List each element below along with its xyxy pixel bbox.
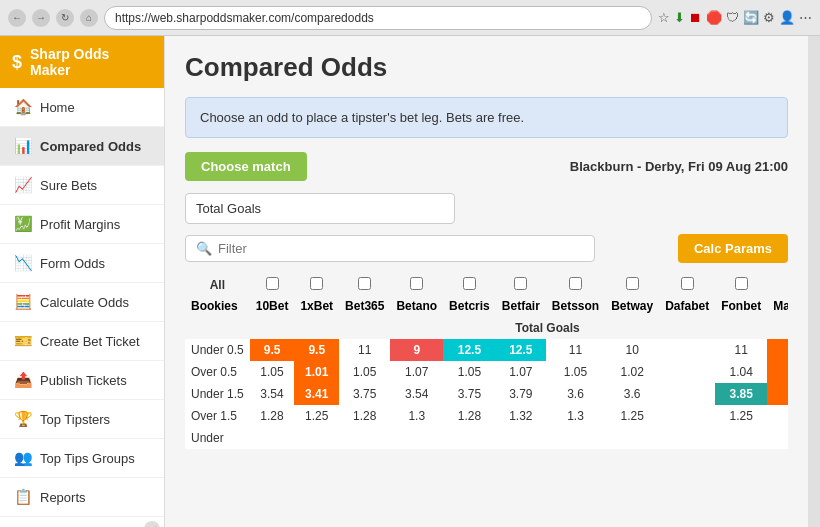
checkbox-fonbet[interactable] <box>735 277 748 290</box>
forward-button[interactable]: → <box>32 9 50 27</box>
column-headers-row: Bookies 10Bet 1xBet Bet365 Betano Betcri… <box>185 295 788 317</box>
cell-r3-c0[interactable]: 1.28 <box>250 405 295 427</box>
cell-r3-c6[interactable]: 1.3 <box>546 405 605 427</box>
cell-r3-c10[interactable]: 1.25 <box>767 405 788 427</box>
cell-r1-c0[interactable]: 1.05 <box>250 361 295 383</box>
calc-params-button[interactable]: Calc Params <box>678 234 788 263</box>
table-row: Over 0.51.051.011.051.071.051.071.051.02… <box>185 361 788 383</box>
market-dropdown[interactable]: Total Goals 1X2 Both Teams Score Asian H… <box>185 193 455 224</box>
cell-r0-c6[interactable]: 11 <box>546 339 605 361</box>
cell-r2-c8 <box>659 383 715 405</box>
cell-r2-c4[interactable]: 3.75 <box>443 383 496 405</box>
cell-r2-c6[interactable]: 3.6 <box>546 383 605 405</box>
cell-r0-c1[interactable]: 9.5 <box>294 339 339 361</box>
sidebar-item-home[interactable]: 🏠 Home <box>0 88 164 127</box>
col-fonbet: Fonbet <box>715 295 767 317</box>
cell-r0-c3[interactable]: 9 <box>390 339 443 361</box>
browser-toolbar-icons: ☆ ⬇ ⏹ 🛑 🛡 🔄 ⚙ 👤 ⋯ <box>658 10 812 25</box>
sidebar-item-form-odds[interactable]: 📉 Form Odds <box>0 244 164 283</box>
cell-r3-c3[interactable]: 1.3 <box>390 405 443 427</box>
sidebar-item-top-tips-groups[interactable]: 👥 Top Tips Groups <box>0 439 164 478</box>
col-betcris: Betcris <box>443 295 496 317</box>
cell-r4-c2 <box>339 427 390 449</box>
col-betano: Betano <box>390 295 443 317</box>
profit-margins-icon: 💹 <box>14 215 32 233</box>
checkbox-betano[interactable] <box>410 277 423 290</box>
checkbox-betway[interactable] <box>626 277 639 290</box>
sidebar-item-reports[interactable]: 📋 Reports <box>0 478 164 517</box>
cell-r1-c7[interactable]: 1.02 <box>605 361 659 383</box>
checkbox-10bet[interactable] <box>266 277 279 290</box>
sidebar-item-profit-margins[interactable]: 💹 Profit Margins <box>0 205 164 244</box>
cell-r0-c5[interactable]: 12.5 <box>496 339 546 361</box>
cell-r1-c10[interactable]: 1.01 <box>767 361 788 383</box>
scrollbar[interactable] <box>808 36 820 527</box>
cell-r0-c7[interactable]: 10 <box>605 339 659 361</box>
back-button[interactable]: ← <box>8 9 26 27</box>
info-box: Choose an odd to place a tipster's bet l… <box>185 97 788 138</box>
cell-r3-c9[interactable]: 1.25 <box>715 405 767 427</box>
odds-table: All Bookie <box>185 275 788 449</box>
checkbox-betcris[interactable] <box>463 277 476 290</box>
cell-r2-c10[interactable]: 3.41 <box>767 383 788 405</box>
cell-r3-c1[interactable]: 1.25 <box>294 405 339 427</box>
refresh-button[interactable]: ↻ <box>56 9 74 27</box>
sidebar-item-calculate-odds[interactable]: 🧮 Calculate Odds <box>0 283 164 322</box>
cell-r3-c2[interactable]: 1.28 <box>339 405 390 427</box>
cell-r4-c7 <box>605 427 659 449</box>
checkbox-betfair[interactable] <box>514 277 527 290</box>
form-odds-icon: 📉 <box>14 254 32 272</box>
cell-r3-c7[interactable]: 1.25 <box>605 405 659 427</box>
checkbox-1xbet[interactable] <box>310 277 323 290</box>
cell-r2-c0[interactable]: 3.54 <box>250 383 295 405</box>
table-row: Under 1.53.543.413.753.543.753.793.63.63… <box>185 383 788 405</box>
home-button[interactable]: ⌂ <box>80 9 98 27</box>
cell-r3-c4[interactable]: 1.28 <box>443 405 496 427</box>
cell-r0-c2[interactable]: 11 <box>339 339 390 361</box>
profile-icon: 👤 <box>779 10 795 25</box>
url-bar[interactable] <box>104 6 652 30</box>
top-tipsters-icon: 🏆 <box>14 410 32 428</box>
cell-r2-c3[interactable]: 3.54 <box>390 383 443 405</box>
cell-r2-c1[interactable]: 3.41 <box>294 383 339 405</box>
cell-r3-c5[interactable]: 1.32 <box>496 405 546 427</box>
cell-r4-c0 <box>250 427 295 449</box>
cell-r2-c2[interactable]: 3.75 <box>339 383 390 405</box>
cell-r0-c9[interactable]: 11 <box>715 339 767 361</box>
odds-table-body: Under 0.59.59.511912.512.51110119.511Ove… <box>185 339 788 449</box>
cell-r1-c1[interactable]: 1.01 <box>294 361 339 383</box>
cell-r0-c4[interactable]: 12.5 <box>443 339 496 361</box>
sidebar-item-publish-tickets[interactable]: 📤 Publish Tickets <box>0 361 164 400</box>
cell-r1-c8 <box>659 361 715 383</box>
cell-r1-c9[interactable]: 1.04 <box>715 361 767 383</box>
cell-r1-c4[interactable]: 1.05 <box>443 361 496 383</box>
sidebar-item-compared-odds[interactable]: 📊 Compared Odds <box>0 127 164 166</box>
col-betsson: Betsson <box>546 295 605 317</box>
sidebar-item-top-tipsters[interactable]: 🏆 Top Tipsters <box>0 400 164 439</box>
cell-r2-c7[interactable]: 3.6 <box>605 383 659 405</box>
checkbox-betsson[interactable] <box>569 277 582 290</box>
cell-r1-c5[interactable]: 1.07 <box>496 361 546 383</box>
choose-match-button[interactable]: Choose match <box>185 152 307 181</box>
cell-r1-c6[interactable]: 1.05 <box>546 361 605 383</box>
brand-name: Sharp Odds Maker <box>30 46 152 78</box>
sidebar-item-create-bet-ticket[interactable]: 🎫 Create Bet Ticket <box>0 322 164 361</box>
checkbox-dafabet[interactable] <box>681 277 694 290</box>
sidebar-item-sure-bets[interactable]: 📈 Sure Bets <box>0 166 164 205</box>
sidebar-collapse-button[interactable]: ◀ <box>144 521 160 527</box>
checkbox-bet365[interactable] <box>358 277 371 290</box>
cell-r1-c2[interactable]: 1.05 <box>339 361 390 383</box>
sidebar: $ Sharp Odds Maker 🏠 Home 📊 Compared Odd… <box>0 36 165 527</box>
cell-r0-c0[interactable]: 9.5 <box>250 339 295 361</box>
cell-r0-c10[interactable]: 9.5 <box>767 339 788 361</box>
filter-input[interactable] <box>218 241 584 256</box>
cell-r2-c5[interactable]: 3.79 <box>496 383 546 405</box>
cell-r2-c9[interactable]: 3.85 <box>715 383 767 405</box>
cell-r1-c3[interactable]: 1.07 <box>390 361 443 383</box>
more-icon[interactable]: ⋯ <box>799 10 812 25</box>
table-row: Under 0.59.59.511912.512.51110119.511 <box>185 339 788 361</box>
calculate-odds-icon: 🧮 <box>14 293 32 311</box>
page-title: Compared Odds <box>185 52 788 83</box>
sidebar-label-compared-odds: Compared Odds <box>40 139 141 154</box>
home-icon: 🏠 <box>14 98 32 116</box>
